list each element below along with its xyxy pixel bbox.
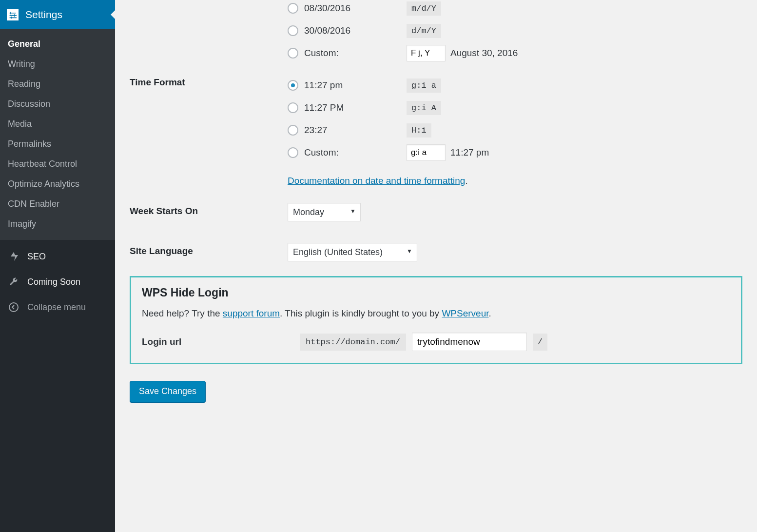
time-format-custom[interactable]: Custom:11:27 pm bbox=[288, 141, 742, 164]
wps-help-text: Need help? Try the support forum. This p… bbox=[142, 308, 730, 319]
site-language-row: Site Language English (United States) bbox=[130, 221, 742, 261]
sidebar-lower-items: SEOComing SoonCollapse menu bbox=[0, 240, 115, 324]
radio-icon[interactable] bbox=[288, 147, 298, 158]
radio-icon[interactable] bbox=[288, 102, 298, 113]
week-starts-row: Week Starts On Monday bbox=[130, 186, 742, 221]
sidebar-item-collapse-menu[interactable]: Collapse menu bbox=[0, 295, 115, 320]
format-code: m/d/Y bbox=[407, 1, 441, 16]
wrench-icon bbox=[8, 276, 19, 288]
radio-icon[interactable] bbox=[288, 80, 298, 91]
login-url-suffix: / bbox=[533, 334, 547, 351]
sidebar-item-coming-soon[interactable]: Coming Soon bbox=[0, 269, 115, 295]
wps-hide-login-panel: WPS Hide Login Need help? Try the suppor… bbox=[130, 276, 742, 364]
admin-sidebar: Settings GeneralWritingReadingDiscussion… bbox=[0, 0, 115, 532]
sidebar-item-heartbeat-control[interactable]: Heartbeat Control bbox=[0, 154, 115, 174]
radio-icon[interactable] bbox=[288, 25, 298, 36]
sidebar-item-general[interactable]: General bbox=[0, 34, 115, 54]
seo-icon bbox=[8, 251, 19, 262]
sidebar-item-cdn-enabler[interactable]: CDN Enabler bbox=[0, 194, 115, 214]
radio-icon[interactable] bbox=[288, 3, 298, 14]
date-format-option[interactable]: 30/08/2016d/m/Y bbox=[288, 20, 742, 42]
date-format-custom[interactable]: Custom:August 30, 2016 bbox=[288, 42, 742, 64]
week-starts-select-wrap[interactable]: Monday bbox=[288, 203, 361, 221]
week-starts-label: Week Starts On bbox=[130, 203, 288, 217]
save-changes-button[interactable]: Save Changes bbox=[130, 381, 206, 402]
collapse-icon bbox=[8, 301, 19, 313]
format-code: g:i A bbox=[407, 101, 441, 115]
format-code: H:i bbox=[407, 123, 431, 138]
time-format-row: Time Format 11:27 pmg:i a11:27 PMg:i A23… bbox=[130, 64, 742, 186]
time-format-label: Time Format bbox=[130, 74, 288, 88]
support-forum-link[interactable]: support forum bbox=[223, 308, 280, 318]
sidebar-item-imagify[interactable]: Imagify bbox=[0, 214, 115, 234]
sidebar-settings-header[interactable]: Settings bbox=[0, 0, 115, 29]
login-url-row: Login url https://domain.com/ / bbox=[142, 333, 730, 351]
time-format-custom-input[interactable] bbox=[407, 144, 446, 161]
date-time-doc-link[interactable]: Documentation on date and time formattin… bbox=[288, 176, 465, 186]
date-format-custom-input[interactable] bbox=[407, 45, 446, 61]
date-format-option[interactable]: 08/30/2016m/d/Y bbox=[288, 0, 742, 20]
site-language-select-wrap[interactable]: English (United States) bbox=[288, 243, 417, 261]
sidebar-item-media[interactable]: Media bbox=[0, 114, 115, 134]
date-format-row: 08/30/2016m/d/Y30/08/2016d/m/YCustom:Aug… bbox=[130, 0, 742, 64]
sidebar-item-seo[interactable]: SEO bbox=[0, 244, 115, 269]
time-format-option[interactable]: 11:27 PMg:i A bbox=[288, 97, 742, 119]
site-language-label: Site Language bbox=[130, 243, 288, 256]
sidebar-item-reading[interactable]: Reading bbox=[0, 74, 115, 94]
login-url-prefix: https://domain.com/ bbox=[300, 334, 406, 351]
login-url-label: Login url bbox=[142, 336, 300, 347]
settings-slider-icon bbox=[7, 9, 19, 20]
doc-link-row: Documentation on date and time formattin… bbox=[288, 176, 742, 186]
format-code: d/m/Y bbox=[407, 24, 441, 38]
site-language-select[interactable]: English (United States) bbox=[288, 243, 417, 261]
sidebar-item-permalinks[interactable]: Permalinks bbox=[0, 134, 115, 154]
settings-submenu: GeneralWritingReadingDiscussionMediaPerm… bbox=[0, 29, 115, 240]
sidebar-item-writing[interactable]: Writing bbox=[0, 54, 115, 74]
login-url-input[interactable] bbox=[412, 333, 527, 351]
time-format-option[interactable]: 23:27H:i bbox=[288, 119, 742, 141]
radio-icon[interactable] bbox=[288, 48, 298, 59]
sidebar-header-label: Settings bbox=[25, 9, 62, 20]
date-format-preview: August 30, 2016 bbox=[450, 48, 518, 59]
sidebar-item-discussion[interactable]: Discussion bbox=[0, 94, 115, 114]
time-format-preview: 11:27 pm bbox=[450, 147, 489, 158]
time-format-option[interactable]: 11:27 pmg:i a bbox=[288, 74, 742, 97]
radio-icon[interactable] bbox=[288, 125, 298, 136]
wpserveur-link[interactable]: WPServeur bbox=[442, 308, 488, 318]
week-starts-select[interactable]: Monday bbox=[288, 203, 361, 221]
format-code: g:i a bbox=[407, 79, 441, 93]
settings-general-page: 08/30/2016m/d/Y30/08/2016d/m/YCustom:Aug… bbox=[115, 0, 757, 532]
wps-title: WPS Hide Login bbox=[142, 286, 730, 299]
svg-point-0 bbox=[9, 303, 18, 312]
sidebar-item-optimize-analytics[interactable]: Optimize Analytics bbox=[0, 174, 115, 194]
